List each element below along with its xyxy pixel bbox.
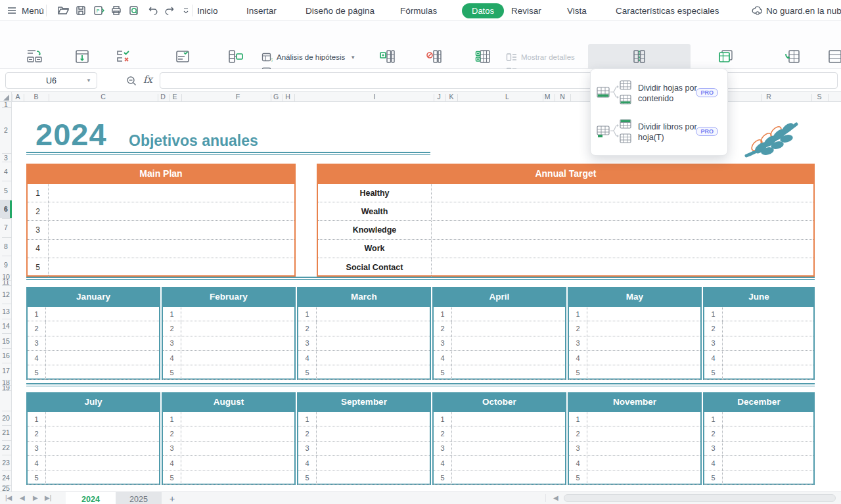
month-row[interactable]: 2 bbox=[163, 321, 294, 336]
column-header-S[interactable]: S bbox=[817, 93, 821, 101]
month-row[interactable]: 3 bbox=[569, 336, 700, 351]
sheet-tab-2024[interactable]: 2024 bbox=[66, 492, 116, 504]
tab-diseno[interactable]: Diseño de página bbox=[306, 0, 375, 21]
month-row[interactable]: 1 bbox=[704, 307, 813, 321]
undo-icon[interactable] bbox=[145, 4, 160, 17]
menu-item-split-books-by-sheet[interactable]: Dividir libros por hoja(T) PRO bbox=[596, 114, 722, 150]
row-header-6[interactable]: 6 bbox=[0, 205, 12, 213]
month-row[interactable]: 5 bbox=[569, 470, 700, 485]
row-header-2[interactable]: 2 bbox=[0, 126, 12, 134]
row-header-14[interactable]: 14 bbox=[0, 322, 12, 330]
month-row[interactable]: 3 bbox=[434, 442, 565, 456]
month-row[interactable]: 1 bbox=[434, 412, 565, 426]
tab-inicio[interactable]: Inicio bbox=[197, 0, 218, 21]
annual-target-row[interactable]: Knowledge bbox=[318, 221, 813, 239]
row-header-23[interactable]: 23 bbox=[0, 459, 12, 467]
tab-insertar[interactable]: Insertar bbox=[246, 0, 277, 21]
month-row[interactable]: 5 bbox=[704, 365, 813, 380]
redo-icon[interactable] bbox=[162, 4, 177, 17]
month-row[interactable]: 3 bbox=[298, 442, 430, 456]
toolbar-more-chevron-icon[interactable] bbox=[179, 4, 193, 17]
add-sheet-button[interactable]: + bbox=[170, 493, 175, 504]
row-header-5[interactable]: 5 bbox=[0, 187, 12, 195]
month-row[interactable]: 2 bbox=[434, 321, 565, 336]
hamburger-menu-icon[interactable] bbox=[7, 0, 17, 21]
row-header-16[interactable]: 16 bbox=[0, 352, 12, 359]
month-row[interactable]: 2 bbox=[569, 426, 700, 441]
main-plan-row[interactable]: 2 bbox=[28, 202, 294, 221]
month-row[interactable]: 4 bbox=[569, 351, 700, 365]
row-header-4[interactable]: 4 bbox=[0, 168, 12, 175]
next-sheet-button[interactable]: ▶ bbox=[33, 494, 38, 501]
annual-target-row[interactable]: Wealth bbox=[318, 202, 813, 221]
month-row[interactable]: 4 bbox=[434, 351, 565, 365]
column-header-M[interactable]: M bbox=[545, 93, 551, 101]
row-header-20[interactable]: 20 bbox=[0, 414, 12, 422]
column-header-E[interactable]: E bbox=[172, 93, 177, 101]
tab-vista[interactable]: Vista bbox=[567, 0, 587, 21]
month-row[interactable]: 4 bbox=[434, 456, 565, 470]
month-row[interactable]: 2 bbox=[298, 426, 430, 441]
month-row[interactable]: 3 bbox=[704, 336, 813, 351]
month-row[interactable]: 5 bbox=[569, 365, 700, 380]
row-header-9[interactable]: 9 bbox=[0, 261, 12, 269]
what-if-analysis-button[interactable]: ? Análisis de hipótesis▼ bbox=[261, 50, 355, 64]
column-header-H[interactable]: H bbox=[285, 93, 290, 101]
formula-input[interactable] bbox=[160, 72, 838, 89]
month-row[interactable]: 1 bbox=[298, 307, 430, 321]
month-row[interactable]: 5 bbox=[434, 365, 565, 380]
print-preview-icon[interactable] bbox=[127, 4, 141, 17]
month-row[interactable]: 3 bbox=[704, 442, 813, 456]
name-box-dropdown-arrow[interactable]: ▼ bbox=[86, 78, 91, 83]
column-header-B[interactable]: B bbox=[34, 93, 38, 101]
open-file-icon[interactable] bbox=[56, 4, 70, 17]
column-header-I[interactable]: I bbox=[374, 93, 376, 101]
month-row[interactable]: 3 bbox=[28, 442, 159, 456]
main-plan-row[interactable]: 1 bbox=[28, 184, 294, 202]
print-icon[interactable] bbox=[109, 4, 124, 17]
column-header-J[interactable]: J bbox=[437, 93, 440, 101]
sheet-content-area[interactable]: 2024 Objetivos anuales Main Plan12345Ann… bbox=[12, 102, 841, 492]
month-row[interactable]: 3 bbox=[434, 336, 565, 351]
month-row[interactable]: 5 bbox=[298, 470, 430, 485]
month-row[interactable]: 1 bbox=[569, 412, 700, 426]
hscroll-left-arrow[interactable]: ◀ bbox=[553, 494, 558, 501]
month-row[interactable]: 1 bbox=[28, 412, 159, 426]
first-sheet-button[interactable]: |◀ bbox=[5, 494, 12, 501]
month-row[interactable]: 2 bbox=[28, 426, 159, 441]
row-header-8[interactable]: 8 bbox=[0, 242, 12, 250]
month-row[interactable]: 5 bbox=[163, 365, 294, 380]
tab-formulas[interactable]: Fórmulas bbox=[400, 0, 437, 21]
row-header-21[interactable]: 21 bbox=[0, 428, 12, 436]
month-row[interactable]: 1 bbox=[569, 307, 700, 321]
month-row[interactable]: 5 bbox=[704, 470, 813, 485]
month-row[interactable]: 1 bbox=[704, 412, 813, 426]
column-header-G[interactable]: G bbox=[273, 93, 279, 101]
month-row[interactable]: 4 bbox=[298, 351, 430, 365]
month-row[interactable]: 3 bbox=[163, 442, 294, 456]
name-box[interactable]: U6 ▼ bbox=[5, 72, 97, 89]
month-row[interactable]: 1 bbox=[163, 412, 294, 426]
month-row[interactable]: 4 bbox=[569, 456, 700, 470]
month-row[interactable]: 4 bbox=[163, 456, 294, 470]
row-header-13[interactable]: 13 bbox=[0, 308, 12, 315]
column-header-L[interactable]: L bbox=[505, 93, 509, 101]
row-header-24[interactable]: 24 bbox=[0, 474, 12, 482]
row-header-7[interactable]: 7 bbox=[0, 223, 12, 231]
tab-caracteristicas[interactable]: Características especiales bbox=[616, 0, 719, 21]
column-header-N[interactable]: N bbox=[560, 93, 565, 101]
month-row[interactable]: 5 bbox=[28, 470, 159, 485]
row-header-12[interactable]: 12 bbox=[0, 290, 12, 298]
month-row[interactable]: 4 bbox=[704, 456, 813, 470]
cloud-save-status[interactable]: No guard.en la nub bbox=[752, 0, 841, 21]
column-header-C[interactable]: C bbox=[101, 93, 106, 101]
month-row[interactable]: 2 bbox=[569, 321, 700, 336]
main-plan-row[interactable]: 5 bbox=[28, 258, 294, 277]
month-row[interactable]: 2 bbox=[704, 426, 813, 441]
month-row[interactable]: 1 bbox=[163, 307, 294, 321]
month-row[interactable]: 4 bbox=[28, 351, 159, 365]
prev-sheet-button[interactable]: ◀ bbox=[20, 494, 25, 501]
month-row[interactable]: 1 bbox=[28, 307, 159, 321]
menu-button[interactable]: Menú bbox=[22, 0, 44, 21]
tab-revisar[interactable]: Revisar bbox=[511, 0, 541, 21]
